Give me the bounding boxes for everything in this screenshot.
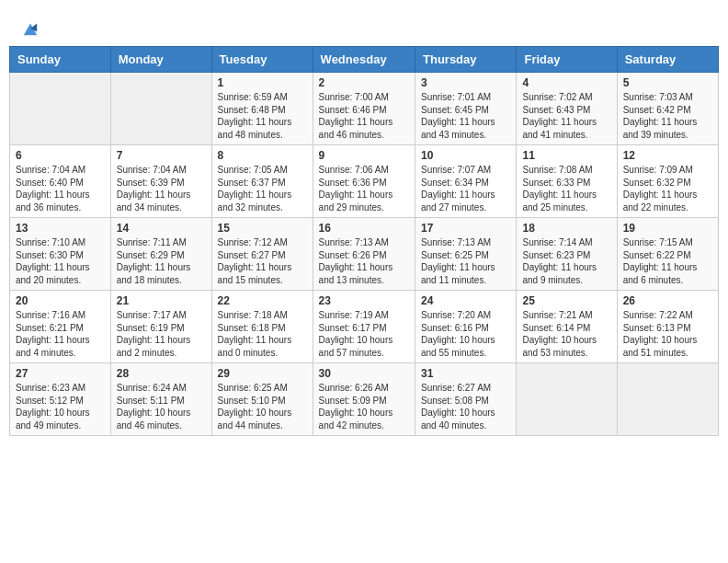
cell-info: Sunrise: 7:04 AM Sunset: 6:39 PM Dayligh… bbox=[117, 164, 206, 213]
calendar-table: SundayMondayTuesdayWednesdayThursdayFrid… bbox=[9, 46, 719, 436]
day-number: 29 bbox=[218, 367, 307, 380]
calendar-cell: 11Sunrise: 7:08 AM Sunset: 6:33 PM Dayli… bbox=[517, 145, 617, 218]
calendar-cell: 18Sunrise: 7:14 AM Sunset: 6:23 PM Dayli… bbox=[517, 218, 617, 291]
weekday-header-friday: Friday bbox=[517, 47, 617, 73]
calendar-cell: 9Sunrise: 7:06 AM Sunset: 6:36 PM Daylig… bbox=[313, 145, 415, 218]
cell-info: Sunrise: 7:01 AM Sunset: 6:45 PM Dayligh… bbox=[421, 91, 510, 141]
day-number: 15 bbox=[218, 222, 307, 235]
cell-info: Sunrise: 7:02 AM Sunset: 6:43 PM Dayligh… bbox=[522, 91, 610, 141]
day-number: 12 bbox=[623, 149, 712, 162]
cell-info: Sunrise: 7:13 AM Sunset: 6:25 PM Dayligh… bbox=[421, 236, 510, 286]
day-number: 8 bbox=[218, 149, 307, 162]
logo bbox=[18, 18, 39, 37]
calendar-cell: 27Sunrise: 6:23 AM Sunset: 5:12 PM Dayli… bbox=[10, 363, 111, 436]
cell-info: Sunrise: 6:59 AM Sunset: 6:48 PM Dayligh… bbox=[218, 91, 307, 141]
cell-info: Sunrise: 7:14 AM Sunset: 6:23 PM Dayligh… bbox=[522, 236, 610, 286]
calendar-header: SundayMondayTuesdayWednesdayThursdayFrid… bbox=[10, 47, 719, 73]
day-number: 11 bbox=[522, 149, 610, 162]
weekday-header-monday: Monday bbox=[110, 47, 211, 73]
weekday-header-thursday: Thursday bbox=[415, 47, 517, 73]
calendar-cell: 20Sunrise: 7:16 AM Sunset: 6:21 PM Dayli… bbox=[10, 291, 111, 363]
calendar-cell: 26Sunrise: 7:22 AM Sunset: 6:13 PM Dayli… bbox=[617, 291, 718, 363]
cell-info: Sunrise: 6:24 AM Sunset: 5:11 PM Dayligh… bbox=[117, 382, 206, 431]
calendar-cell: 30Sunrise: 6:26 AM Sunset: 5:09 PM Dayli… bbox=[313, 363, 415, 436]
day-number: 22 bbox=[218, 294, 307, 307]
day-number: 5 bbox=[623, 76, 712, 89]
day-number: 27 bbox=[16, 367, 105, 380]
cell-info: Sunrise: 7:11 AM Sunset: 6:29 PM Dayligh… bbox=[117, 236, 206, 286]
calendar-cell: 24Sunrise: 7:20 AM Sunset: 6:16 PM Dayli… bbox=[415, 291, 517, 363]
cell-info: Sunrise: 7:06 AM Sunset: 6:36 PM Dayligh… bbox=[319, 164, 409, 213]
calendar-week-row: 6Sunrise: 7:04 AM Sunset: 6:40 PM Daylig… bbox=[10, 145, 719, 218]
cell-info: Sunrise: 7:09 AM Sunset: 6:32 PM Dayligh… bbox=[623, 164, 712, 213]
day-number: 28 bbox=[117, 367, 206, 380]
cell-info: Sunrise: 7:12 AM Sunset: 6:27 PM Dayligh… bbox=[218, 236, 307, 286]
day-number: 23 bbox=[319, 294, 409, 307]
day-number: 21 bbox=[117, 294, 206, 307]
day-number: 7 bbox=[117, 149, 206, 162]
cell-info: Sunrise: 7:07 AM Sunset: 6:34 PM Dayligh… bbox=[421, 164, 510, 213]
calendar-cell: 3Sunrise: 7:01 AM Sunset: 6:45 PM Daylig… bbox=[415, 73, 517, 145]
cell-info: Sunrise: 6:26 AM Sunset: 5:09 PM Dayligh… bbox=[319, 382, 409, 431]
day-number: 4 bbox=[522, 76, 610, 89]
calendar-cell: 1Sunrise: 6:59 AM Sunset: 6:48 PM Daylig… bbox=[211, 73, 313, 145]
day-number: 26 bbox=[623, 294, 712, 307]
calendar-cell bbox=[517, 363, 617, 436]
calendar-week-row: 13Sunrise: 7:10 AM Sunset: 6:30 PM Dayli… bbox=[10, 218, 719, 291]
day-number: 14 bbox=[117, 222, 206, 235]
day-number: 10 bbox=[421, 149, 510, 162]
calendar-cell: 28Sunrise: 6:24 AM Sunset: 5:11 PM Dayli… bbox=[110, 363, 211, 436]
calendar-body: 1Sunrise: 6:59 AM Sunset: 6:48 PM Daylig… bbox=[10, 73, 719, 436]
calendar-cell: 7Sunrise: 7:04 AM Sunset: 6:39 PM Daylig… bbox=[110, 145, 211, 218]
calendar-cell: 6Sunrise: 7:04 AM Sunset: 6:40 PM Daylig… bbox=[10, 145, 111, 218]
calendar-cell: 10Sunrise: 7:07 AM Sunset: 6:34 PM Dayli… bbox=[415, 145, 517, 218]
calendar-cell: 8Sunrise: 7:05 AM Sunset: 6:37 PM Daylig… bbox=[211, 145, 313, 218]
day-number: 1 bbox=[218, 76, 307, 89]
day-number: 20 bbox=[16, 294, 105, 307]
cell-info: Sunrise: 7:19 AM Sunset: 6:17 PM Dayligh… bbox=[319, 309, 409, 359]
cell-info: Sunrise: 7:04 AM Sunset: 6:40 PM Dayligh… bbox=[16, 164, 105, 213]
calendar-cell: 16Sunrise: 7:13 AM Sunset: 6:26 PM Dayli… bbox=[313, 218, 415, 291]
cell-info: Sunrise: 7:13 AM Sunset: 6:26 PM Dayligh… bbox=[319, 236, 409, 286]
day-number: 9 bbox=[319, 149, 409, 162]
cell-info: Sunrise: 6:25 AM Sunset: 5:10 PM Dayligh… bbox=[218, 382, 307, 431]
cell-info: Sunrise: 7:18 AM Sunset: 6:18 PM Dayligh… bbox=[218, 309, 307, 359]
day-number: 19 bbox=[623, 222, 712, 235]
cell-info: Sunrise: 6:23 AM Sunset: 5:12 PM Dayligh… bbox=[16, 382, 105, 431]
cell-info: Sunrise: 7:00 AM Sunset: 6:46 PM Dayligh… bbox=[319, 91, 409, 141]
cell-info: Sunrise: 7:15 AM Sunset: 6:22 PM Dayligh… bbox=[623, 236, 712, 286]
day-number: 31 bbox=[421, 367, 510, 380]
day-number: 24 bbox=[421, 294, 510, 307]
calendar-cell: 13Sunrise: 7:10 AM Sunset: 6:30 PM Dayli… bbox=[10, 218, 111, 291]
weekday-header-row: SundayMondayTuesdayWednesdayThursdayFrid… bbox=[10, 47, 719, 73]
day-number: 18 bbox=[522, 222, 610, 235]
cell-info: Sunrise: 7:05 AM Sunset: 6:37 PM Dayligh… bbox=[218, 164, 307, 213]
cell-info: Sunrise: 7:03 AM Sunset: 6:42 PM Dayligh… bbox=[623, 91, 712, 141]
calendar-cell: 5Sunrise: 7:03 AM Sunset: 6:42 PM Daylig… bbox=[617, 73, 718, 145]
cell-info: Sunrise: 7:17 AM Sunset: 6:19 PM Dayligh… bbox=[117, 309, 206, 359]
logo-icon bbox=[22, 20, 39, 37]
weekday-header-wednesday: Wednesday bbox=[313, 47, 415, 73]
cell-info: Sunrise: 7:16 AM Sunset: 6:21 PM Dayligh… bbox=[16, 309, 105, 359]
calendar-cell: 21Sunrise: 7:17 AM Sunset: 6:19 PM Dayli… bbox=[110, 291, 211, 363]
weekday-header-sunday: Sunday bbox=[10, 47, 111, 73]
calendar-cell: 15Sunrise: 7:12 AM Sunset: 6:27 PM Dayli… bbox=[211, 218, 313, 291]
calendar-cell bbox=[110, 73, 211, 145]
calendar-cell: 2Sunrise: 7:00 AM Sunset: 6:46 PM Daylig… bbox=[313, 73, 415, 145]
cell-info: Sunrise: 7:21 AM Sunset: 6:14 PM Dayligh… bbox=[522, 309, 610, 359]
calendar-cell bbox=[10, 73, 111, 145]
day-number: 2 bbox=[319, 76, 409, 89]
calendar-week-row: 20Sunrise: 7:16 AM Sunset: 6:21 PM Dayli… bbox=[10, 291, 719, 363]
calendar-cell: 29Sunrise: 6:25 AM Sunset: 5:10 PM Dayli… bbox=[211, 363, 313, 436]
calendar-week-row: 1Sunrise: 6:59 AM Sunset: 6:48 PM Daylig… bbox=[10, 73, 719, 145]
calendar-cell: 25Sunrise: 7:21 AM Sunset: 6:14 PM Dayli… bbox=[517, 291, 617, 363]
day-number: 30 bbox=[319, 367, 409, 380]
day-number: 6 bbox=[16, 149, 105, 162]
calendar-cell: 22Sunrise: 7:18 AM Sunset: 6:18 PM Dayli… bbox=[211, 291, 313, 363]
calendar-cell: 17Sunrise: 7:13 AM Sunset: 6:25 PM Dayli… bbox=[415, 218, 517, 291]
calendar-cell: 23Sunrise: 7:19 AM Sunset: 6:17 PM Dayli… bbox=[313, 291, 415, 363]
cell-info: Sunrise: 7:08 AM Sunset: 6:33 PM Dayligh… bbox=[522, 164, 610, 213]
calendar-cell: 31Sunrise: 6:27 AM Sunset: 5:08 PM Dayli… bbox=[415, 363, 517, 436]
cell-info: Sunrise: 7:22 AM Sunset: 6:13 PM Dayligh… bbox=[623, 309, 712, 359]
day-number: 13 bbox=[16, 222, 105, 235]
